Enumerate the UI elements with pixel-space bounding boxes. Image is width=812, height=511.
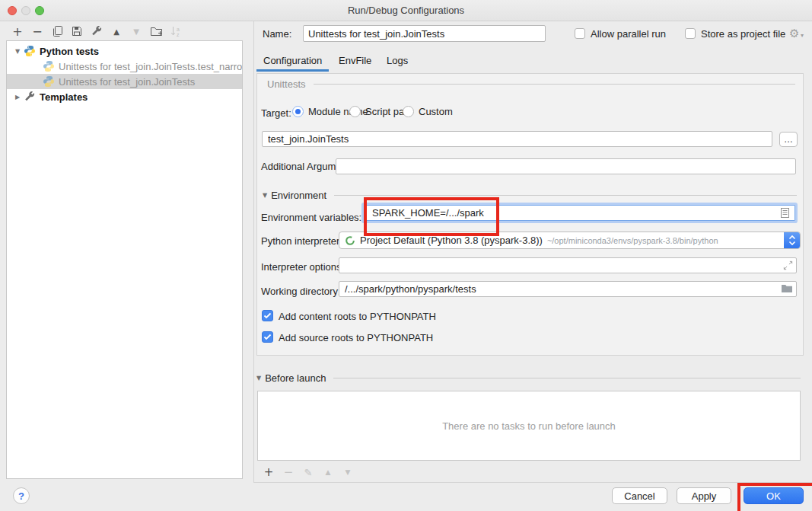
divider [333,378,801,378]
name-label: Name: [263,28,291,40]
target-option-label: Custom [419,106,453,117]
remove-task-icon: − [279,465,298,479]
tree-group-python-tests[interactable]: ▼ Python tests [7,43,242,59]
gear-caret-icon: ▾ [801,32,804,39]
wrench-icon [24,91,36,103]
configurations-tree: ▼ Python tests Unittests for test_join.J… [6,40,243,479]
store-as-project-file-label: Store as project file [701,28,785,40]
run-debug-configurations-dialog: Run/Debug Configurations + − ▲ ▼ az ▼ Py [0,0,812,511]
tree-item-jointests-selected[interactable]: Unittests for test_join.JoinTests [7,74,242,89]
environment-variables-label: Environment variables: [261,212,361,223]
working-directory-input[interactable] [339,281,797,297]
tree-item-label: Unittests for test_join.JoinTests.test_n… [59,61,242,72]
before-launch-label: Before launch [265,372,326,384]
before-launch-toolbar: + − ✎ ▲ ▼ [259,465,358,479]
before-launch-task-list: There are no tasks to run before launch [257,391,801,461]
radio-selected-icon[interactable] [292,106,304,117]
tree-templates-label: Templates [40,91,88,103]
move-up-icon[interactable]: ▲ [107,24,126,39]
folder-icon[interactable] [781,283,793,294]
tree-item-label: Unittests for test_join.JoinTests [59,76,195,88]
tab-configuration[interactable]: Configuration [263,55,322,66]
python-interpreter-value: Project Default (Python 3.8 (pyspark-3.8… [360,235,543,246]
environment-variables-value: SPARK_HOME=/.../spark [365,207,780,219]
divider [314,84,795,85]
chevron-down-icon[interactable]: ▼ [256,375,261,382]
svg-text:z: z [177,32,180,37]
add-configuration-icon[interactable]: + [8,24,27,39]
edit-variables-icon[interactable] [780,207,790,219]
apply-button[interactable]: Apply [677,487,731,504]
working-directory-label: Working directory: [261,286,341,297]
divider [334,195,797,196]
chevron-down-icon[interactable]: ▼ [7,48,24,55]
svg-text:a: a [177,27,180,32]
ok-button[interactable]: OK [744,487,804,504]
help-button[interactable]: ? [13,487,30,504]
save-configuration-icon[interactable] [67,24,87,39]
store-as-project-file-checkbox[interactable] [685,28,696,39]
tree-item-test-narrow[interactable]: Unittests for test_join.JoinTests.test_n… [7,59,242,74]
remove-configuration-icon[interactable]: − [27,24,47,39]
allow-parallel-run-label: Allow parallel run [591,28,666,40]
tab-logs[interactable]: Logs [387,55,408,66]
python-interpreter-label: Python interpreter: [261,235,342,247]
edit-task-icon: ✎ [298,465,318,479]
name-input[interactable] [303,25,546,42]
add-content-roots-label: Add content roots to PYTHONPATH [279,311,436,322]
python-interpreter-path: ~/opt/miniconda3/envs/pyspark-3.8/bin/py… [547,236,784,245]
expand-field-icon[interactable] [782,260,794,271]
titlebar: Run/Debug Configurations [0,0,812,21]
chevron-right-icon[interactable]: ▶ [7,94,24,101]
window-title: Run/Debug Configurations [0,0,812,21]
new-folder-icon[interactable] [146,24,166,39]
python-interpreter-dropdown[interactable]: Project Default (Python 3.8 (pyspark-3.8… [339,232,801,249]
add-content-roots-checkbox[interactable] [262,310,273,321]
browse-module-button[interactable]: … [779,132,798,147]
radio-icon[interactable] [403,106,414,117]
environment-section-label: Environment [271,190,326,201]
target-option-custom[interactable]: Custom [403,106,453,117]
copy-configuration-icon[interactable] [47,24,67,39]
conda-env-icon [345,235,355,246]
tree-group-label: Python tests [40,46,99,57]
add-task-icon[interactable]: + [259,465,279,479]
sidebar-divider [253,21,254,483]
move-task-up-icon: ▲ [318,465,338,479]
chevron-down-icon[interactable]: ▼ [263,192,267,199]
active-tab-underline [256,69,329,72]
sidebar-toolbar: + − ▲ ▼ az [8,24,186,39]
additional-arguments-input[interactable] [336,158,796,174]
dropdown-spinner-button[interactable] [784,232,800,249]
add-source-roots-checkbox[interactable] [262,331,273,343]
tree-group-templates[interactable]: ▶ Templates [7,89,242,104]
allow-parallel-run-checkbox[interactable] [575,28,585,39]
edit-templates-icon[interactable] [87,24,107,39]
python-icon [24,45,36,57]
gear-icon[interactable]: ⚙ [789,27,799,40]
unittests-group-label: Unittests [267,78,306,90]
before-launch-section-header[interactable]: ▼ Before launch [256,372,801,384]
unittests-group-header: Unittests [267,78,795,90]
environment-variables-input[interactable]: SPARK_HOME=/.../spark [364,205,795,221]
radio-icon[interactable] [349,106,361,117]
python-icon [43,75,55,88]
tab-envfile[interactable]: EnvFile [339,55,371,66]
move-task-down-icon: ▼ [338,465,358,479]
add-source-roots-label: Add source roots to PYTHONPATH [279,332,433,343]
sort-configurations-icon: az [166,24,186,39]
before-launch-empty-text: There are no tasks to run before launch [442,420,616,432]
interpreter-options-input[interactable] [339,257,797,273]
footer-divider [254,482,812,483]
python-icon [43,60,55,72]
environment-section-header[interactable]: ▼ Environment [263,190,797,201]
module-name-input[interactable] [262,131,772,147]
interpreter-options-label: Interpreter options: [261,261,344,273]
move-down-icon: ▼ [126,24,146,39]
cancel-button[interactable]: Cancel [612,487,667,504]
configuration-panel: Unittests Target: Module name Script pat… [256,73,804,356]
target-label: Target: [261,107,291,119]
